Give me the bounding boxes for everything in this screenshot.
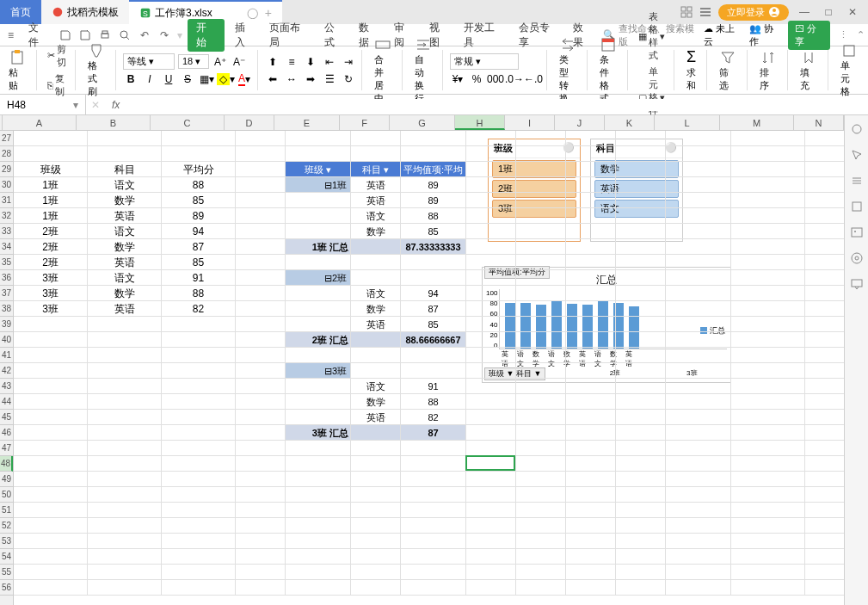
row-header-52[interactable]: 52 [0, 518, 13, 534]
pivot-subtotal[interactable]: 2班 汇总 [286, 332, 351, 348]
paste-button[interactable]: 粘贴 [3, 47, 31, 94]
format-painter-button[interactable]: 格式刷 [83, 40, 110, 100]
row-header-29[interactable]: 29 [0, 162, 13, 177]
row-header-44[interactable]: 44 [0, 394, 13, 410]
fill-button[interactable]: 填充 [795, 47, 822, 94]
pivot-subtotal[interactable]: 87 [401, 425, 466, 441]
data-cell[interactable]: 2班 [14, 224, 88, 239]
cells-area[interactable]: 班级⚪ 1班2班3班 科目⚪ 数学英语语文 平均值项:平均分 汇总 100806… [14, 131, 844, 605]
sidebar-clipboard-icon[interactable] [850, 200, 864, 213]
data-cell[interactable]: 85 [162, 193, 236, 208]
data-cell[interactable]: 语文 [351, 286, 401, 301]
sort-button[interactable]: 排序 [754, 47, 782, 94]
pivot-subtotal[interactable]: 87.33333333 [401, 239, 466, 255]
row-header-54[interactable]: 54 [0, 549, 13, 565]
data-cell[interactable]: 94 [162, 224, 236, 239]
align-middle-button[interactable]: ≡ [284, 54, 299, 70]
pivot-subtotal[interactable]: 3班 汇总 [286, 425, 351, 441]
sidebar-image-icon[interactable] [850, 225, 864, 239]
row-header-47[interactable]: 47 [0, 441, 13, 456]
conditional-format-button[interactable]: 条件格式 [594, 34, 622, 107]
more-icon[interactable]: ⋮ [839, 29, 848, 40]
pivot-group[interactable]: ⊟3班 [286, 363, 351, 379]
data-cell[interactable]: 94 [401, 286, 466, 301]
collapse-ribbon-icon[interactable]: ⌃ [857, 29, 865, 40]
align-right-button[interactable]: ➡ [303, 71, 318, 87]
increase-decimal-button[interactable]: .0→ [507, 71, 522, 87]
data-cell[interactable]: 85 [401, 224, 466, 239]
italic-button[interactable]: I [142, 71, 157, 87]
data-cell[interactable]: 英语 [88, 301, 162, 317]
increase-font-button[interactable]: A⁺ [212, 54, 228, 70]
row-header-49[interactable]: 49 [0, 472, 13, 487]
col-header-C[interactable]: C [151, 115, 225, 130]
menu-formulas[interactable]: 公式 [319, 19, 349, 52]
table-style-button[interactable]: ▦表格样式▾ [635, 9, 668, 63]
data-cell[interactable]: 3班 [14, 286, 88, 301]
decrease-decimal-button[interactable]: ←.0 [526, 71, 541, 87]
row-header-45[interactable]: 45 [0, 410, 13, 425]
pivot-subtotal[interactable] [351, 332, 401, 348]
pivot-subtotal[interactable] [351, 239, 401, 255]
row-header-37[interactable]: 37 [0, 286, 13, 301]
border-button[interactable]: ▦▾ [199, 71, 214, 87]
tab-template[interactable]: 找稻壳模板 [41, 0, 129, 24]
row-header-31[interactable]: 31 [0, 193, 13, 208]
pivot-subtotal[interactable] [351, 425, 401, 441]
list-view-icon[interactable] [699, 6, 711, 18]
cancel-formula-icon[interactable]: ✕ [86, 99, 105, 111]
row-header-41[interactable]: 41 [0, 348, 13, 363]
row-header-38[interactable]: 38 [0, 301, 13, 317]
data-cell[interactable]: 88 [162, 286, 236, 301]
align-center-button[interactable]: ↔ [284, 71, 299, 87]
collab-button[interactable]: 👥 协作 [749, 22, 780, 48]
data-cell[interactable]: 语文 [88, 177, 162, 193]
data-cell[interactable]: 3班 [14, 301, 88, 317]
menu-insert[interactable]: 插入 [230, 19, 260, 52]
close-button[interactable]: ✕ [844, 3, 861, 21]
row-header-51[interactable]: 51 [0, 503, 13, 518]
justify-button[interactable]: ☰ [322, 71, 337, 87]
data-cell[interactable]: 数学 [88, 239, 162, 255]
bold-button[interactable]: B [123, 71, 139, 87]
data-cell[interactable]: 87 [401, 301, 466, 317]
row-header-39[interactable]: 39 [0, 317, 13, 332]
pivot-subtotal[interactable]: 88.66666667 [401, 332, 466, 348]
data-cell[interactable]: 数学 [88, 193, 162, 208]
undo-icon[interactable]: ↶ [138, 28, 152, 43]
data-cell[interactable]: 89 [401, 177, 466, 193]
data-cell[interactable]: 85 [162, 255, 236, 270]
row-header-33[interactable]: 33 [0, 224, 13, 239]
formula-input[interactable] [126, 99, 868, 111]
row-header-53[interactable]: 53 [0, 534, 13, 549]
data-cell[interactable]: 88 [401, 394, 466, 410]
grid-view-icon[interactable] [680, 6, 693, 18]
orientation-button[interactable]: ↻ [341, 71, 356, 87]
currency-button[interactable]: ¥▾ [450, 71, 465, 87]
name-box[interactable]: H48▾ [0, 95, 86, 114]
decrease-font-button[interactable]: A⁻ [231, 54, 247, 70]
menu-page-layout[interactable]: 页面布局 [264, 19, 313, 52]
align-left-button[interactable]: ⬅ [265, 71, 280, 87]
col-header-N[interactable]: N [794, 115, 844, 130]
row-header-42[interactable]: 42 [0, 363, 13, 379]
data-cell[interactable]: 语文 [88, 270, 162, 286]
row-header-50[interactable]: 50 [0, 487, 13, 503]
menu-icon[interactable]: ≡ [3, 28, 18, 43]
font-name-select[interactable]: 等线 ▾ [123, 53, 175, 70]
data-cell[interactable]: 82 [162, 301, 236, 317]
save-icon[interactable] [58, 28, 73, 43]
row-header-32[interactable]: 32 [0, 208, 13, 224]
data-cell[interactable]: 3班 [14, 270, 88, 286]
row-header-55[interactable]: 55 [0, 565, 13, 580]
sidebar-select-icon[interactable] [850, 148, 864, 162]
row-header-40[interactable]: 40 [0, 332, 13, 348]
login-button[interactable]: 立即登录 [718, 4, 789, 21]
data-cell[interactable]: 1班 [14, 208, 88, 224]
strikethrough-button[interactable]: S [180, 71, 195, 87]
print-preview-icon[interactable] [118, 28, 132, 43]
row-header-28[interactable]: 28 [0, 146, 13, 162]
indent-decrease-button[interactable]: ⇤ [322, 54, 337, 70]
data-cell[interactable]: 语文 [351, 208, 401, 224]
col-header-L[interactable]: L [655, 115, 720, 130]
